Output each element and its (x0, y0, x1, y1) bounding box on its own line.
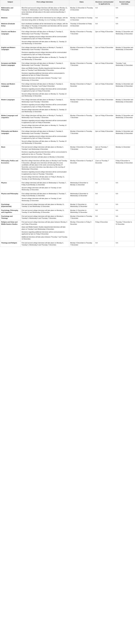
decisions-cell: 2pm on Friday 8 December (94, 82, 114, 98)
second-interview-cell: N/A (114, 214, 135, 220)
dates-cell: Monday 4 December to Friday 8 December (69, 220, 94, 241)
col-header-dates: Dates (69, 0, 94, 6)
second-interview-cell: N/A (114, 22, 135, 30)
second-interview-cell: Monday 11 December and Wednesday 13 Dece… (114, 114, 135, 129)
first-interview-cell: First and second college interviews will… (20, 208, 69, 214)
interview-schedule-table: Subject First college interviews Dates D… (0, 0, 135, 247)
first-interview-cell: First college interviews will take place… (20, 130, 69, 145)
second-interview-cell: N/A (114, 202, 135, 208)
decisions-cell: 2pm on Friday 8 December (94, 130, 114, 145)
subject-cell: Modern Languages (0, 98, 20, 114)
second-interview-cell: Thursday 7 and Wednesday 13 December (114, 61, 135, 82)
second-interview-cell: Monday 11 December and Wednesday 13 Dece… (114, 82, 135, 98)
subject-cell: Psychology (Experimental) (0, 202, 20, 208)
dates-cell: Wednesday 6 December to Wednesday 13 Dec… (69, 192, 94, 202)
first-interview-cell: First college interviews will take place… (20, 30, 69, 46)
table-row: History and Modern LanguagesFirst colleg… (0, 82, 135, 98)
first-interview-cell: First college interviews will take place… (20, 114, 69, 129)
first-interview-cell: First college interviews will take place… (20, 46, 69, 61)
second-interview-cell: N/A (114, 6, 135, 16)
second-interview-cell: Thursday 7 December to 12 December (114, 220, 135, 241)
first-interview-cell: First and second college interviews will… (20, 145, 69, 159)
col-header-subject: Subject (0, 0, 20, 6)
table-row: European and Middle Eastern LanguagesFir… (0, 61, 135, 82)
first-interview-cell: First and second college interviews will… (20, 214, 69, 220)
decisions-cell: N/A (94, 214, 114, 220)
second-interview-cell: N/A (114, 16, 135, 22)
second-interview-cell: N/A (114, 192, 135, 202)
col-header-decisions: Decisions communicated to applicants by (94, 0, 114, 6)
first-interview-cell: Each shortlisted candidate will be inter… (20, 16, 69, 22)
decisions-cell: 2pm on Thursday 7 December (94, 145, 114, 159)
decisions-cell: 2pm on Friday 8 December (94, 98, 114, 114)
decisions-cell: N/A (94, 192, 114, 202)
subject-cell: Mathematics and Philosophy (0, 6, 20, 16)
subject-cell: Physics and Philosophy (0, 192, 20, 202)
first-interview-cell: Most first and second college interviews… (20, 6, 69, 16)
dates-cell: Monday 4 December to Thursday 7 December (69, 61, 94, 82)
dates-cell: Monday 4 December to Tuesday 5 December (69, 159, 94, 181)
subject-cell: Modern Languages and Linguistics (0, 114, 20, 129)
subject-cell: Psychology and Theology (0, 214, 20, 220)
table-row: Mathematics and PhilosophyMost first and… (0, 6, 135, 16)
decisions-cell: N/A (94, 181, 114, 192)
first-interview-cell: First college interviews will take place… (20, 98, 69, 114)
dates-cell: Monday 4 December to Thursday 7 December (69, 114, 94, 129)
table-row: MedicineEach shortlisted candidate will … (0, 16, 135, 22)
subject-cell: Theology and Religion (0, 241, 20, 247)
dates-cell: Monday 4 December to Thursday 7 December (69, 98, 94, 114)
table-row: MusicFirst and second college interviews… (0, 145, 135, 159)
decisions-cell: 5pm on Friday 8 December (94, 61, 114, 82)
dates-cell: Monday 11 December to Tuesday 12 Decembe… (69, 16, 94, 22)
first-interview-cell: Each shortlisted candidate will be inter… (20, 22, 69, 30)
table-row: Physics and PhilosophyFirst college inte… (0, 192, 135, 202)
subject-cell: Classics and Modern Languages (0, 30, 20, 46)
second-interview-cell: N/A (114, 208, 135, 214)
decisions-cell: N/A (94, 6, 114, 16)
table-row: Psychology, Philosophy and LinguisticsFi… (0, 208, 135, 214)
decisions-cell: N/A (94, 202, 114, 208)
table-row: Religion and Asian and Middle Eastern St… (0, 220, 135, 241)
first-interview-cell: First and second college interviews will… (20, 241, 69, 247)
subject-cell: Medicine (0, 16, 20, 22)
first-interview-cell: Most first college interviews will take … (20, 159, 69, 181)
subject-cell: Medicine (Graduate Entry) (0, 22, 20, 30)
dates-cell: Monday 4 December to Thursday 7 December (69, 30, 94, 46)
decisions-cell: 2pm on Friday 8 December (94, 30, 114, 46)
decisions-cell: N/A (94, 208, 114, 214)
table-row: Classics and Modern LanguagesFirst colle… (0, 30, 135, 46)
decisions-cell: N/A (94, 16, 114, 22)
decisions-cell: N/A (94, 241, 114, 247)
dates-cell: Monday 11 December to Wednesday 13 Decem… (69, 202, 94, 208)
subject-cell: Philosophy and Modern Languages (0, 130, 20, 145)
dates-cell: Monday 4 December to Thursday 7 December (69, 130, 94, 145)
table-row: English and Modern LanguagesFirst colleg… (0, 46, 135, 61)
first-interview-cell: First college interviews will take place… (20, 61, 69, 82)
second-interview-cell: Monday 11 December and Wednesday 13 Dece… (114, 98, 135, 114)
subject-cell: Physics (0, 181, 20, 192)
dates-cell: Monday 11 December to Thursday 14 Decemb… (69, 6, 94, 16)
table-row: Psychology (Experimental)First and secon… (0, 202, 135, 208)
dates-cell: Monday 4 December to Thursday 7 December (69, 214, 94, 220)
subject-cell: European and Middle Eastern Languages (0, 61, 20, 82)
subject-cell: History and Modern Languages (0, 82, 20, 98)
second-interview-cell: N/A (114, 181, 135, 192)
first-interview-cell: First college interviews will take place… (20, 82, 69, 98)
table-row: Modern LanguagesFirst college interviews… (0, 98, 135, 114)
second-interview-cell: Monday 11 December and Wednesday 13 Dece… (114, 30, 135, 46)
first-interview-cell: First and second college interviews will… (20, 220, 69, 241)
dates-cell: Wednesday 6 December to Monday 11 Decemb… (69, 181, 94, 192)
second-interview-cell: Friday 8 December to Wednesday 13 Decemb… (114, 159, 135, 181)
table-row: Psychology and TheologyFirst and second … (0, 214, 135, 220)
decisions-cell: 2pm on Friday 8 December (94, 46, 114, 61)
second-interview-cell: Monday 11 December and Wednesday 13 Dece… (114, 46, 135, 61)
dates-cell: Monday 4 December to Thursday 7 December (69, 46, 94, 61)
table-row: Philosophy and Modern LanguagesFirst col… (0, 130, 135, 145)
decisions-cell: 2pm on Friday 8 December (94, 114, 114, 129)
dates-cell: Monday 4 December to Friday 8 December (69, 82, 94, 98)
second-interview-cell: N/A (114, 241, 135, 247)
dates-cell: Monday 11 December to Wednesday 13 Decem… (69, 208, 94, 214)
table-row: Theology and ReligionFirst and second co… (0, 241, 135, 247)
subject-cell: Psychology, Philosophy and Linguistics (0, 208, 20, 214)
subject-cell: Philosophy, Politics and Economics (0, 159, 20, 181)
